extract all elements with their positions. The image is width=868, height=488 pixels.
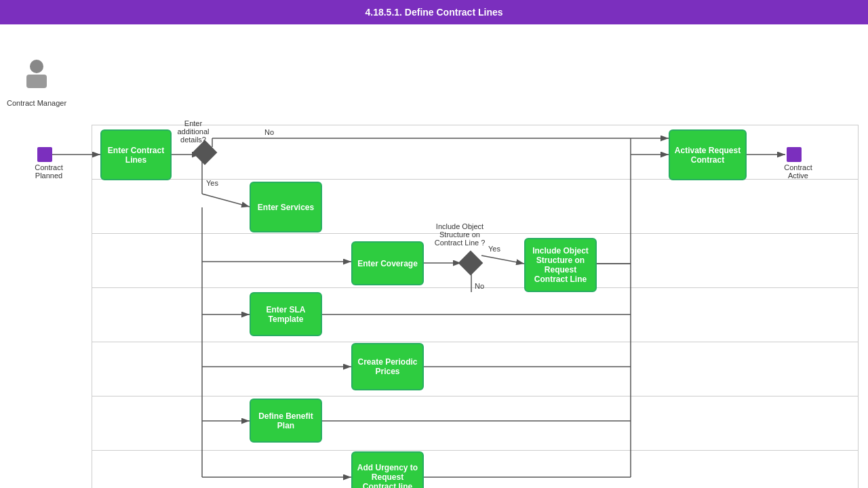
lane-line-6 — [92, 396, 858, 396]
connectors: No Yes Yes No — [0, 24, 868, 488]
svg-text:No: No — [264, 128, 274, 136]
enter-services-box[interactable]: Enter Services — [250, 182, 322, 232]
svg-line-14 — [481, 256, 524, 264]
right-border — [858, 125, 859, 488]
swimlane-label: Contract Manager — [7, 58, 66, 107]
svg-text:No: No — [475, 282, 484, 290]
enter-sla-box[interactable]: Enter SLA Template — [250, 292, 322, 336]
person-icon — [23, 58, 50, 92]
additional-details-label: Enteradditionaldetails? — [163, 119, 224, 144]
left-border — [92, 125, 92, 488]
lane-line-5 — [92, 342, 858, 342]
contract-active-event — [787, 147, 802, 162]
create-periodic-box[interactable]: Create Periodic Prices — [351, 343, 424, 390]
lane-line-7 — [92, 450, 858, 451]
contract-planned-event — [37, 147, 52, 162]
swimlane-text: Contract Manager — [7, 99, 66, 107]
contract-active-label: ContractActive — [778, 163, 818, 180]
lane-line-4 — [92, 287, 858, 288]
page-title: 4.18.5.1. Define Contract Lines — [0, 0, 868, 24]
diagram-area: Contract Manager No Yes Yes No — [0, 24, 868, 488]
include-object-label: Include ObjectStructure onContract Line … — [419, 222, 500, 247]
include-object-structure-box[interactable]: Include Object Structure on Request Cont… — [524, 238, 597, 292]
contract-planned-label: ContractPlanned — [28, 163, 69, 180]
svg-rect-1 — [26, 75, 47, 88]
svg-text:Yes: Yes — [206, 179, 218, 187]
svg-line-9 — [202, 194, 250, 207]
activate-request-box[interactable]: Activate Request Contract — [669, 129, 747, 180]
add-urgency-box[interactable]: Add Urgency to Request Contract line — [351, 451, 424, 488]
enter-coverage-box[interactable]: Enter Coverage — [351, 241, 424, 285]
define-benefit-box[interactable]: Define Benefit Plan — [250, 399, 322, 443]
enter-contract-lines-box[interactable]: Enter Contract Lines — [100, 129, 172, 180]
svg-point-0 — [30, 60, 43, 73]
